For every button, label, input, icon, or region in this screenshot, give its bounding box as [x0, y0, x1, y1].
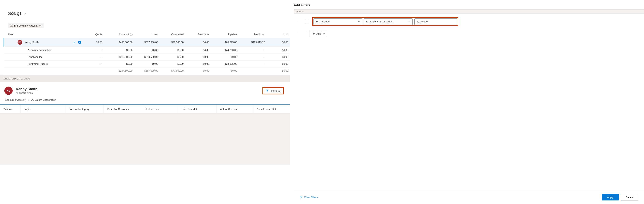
cell-quota: $0.00	[83, 38, 104, 47]
cell-quota	[83, 68, 104, 74]
cell-committed: $77,500.00	[160, 68, 185, 74]
cell-prediction: --	[239, 47, 267, 54]
breadcrumb-current: A. Datum Corporation	[31, 98, 56, 101]
account-name	[4, 68, 83, 74]
tree-connector	[299, 27, 310, 37]
add-filter-button[interactable]: Add	[310, 30, 328, 37]
cell-quota: --	[83, 47, 104, 54]
col-lost[interactable]: Lost	[266, 31, 290, 38]
cell-pipeline: $44,700.00	[211, 47, 239, 54]
cell-lost: $0.00	[266, 54, 290, 61]
chevron-down-icon	[408, 21, 410, 23]
filter-value-input[interactable]	[414, 18, 457, 25]
cell-committed: $0.00	[160, 47, 185, 54]
cell-prediction: --	[239, 54, 267, 61]
cell-lost: $0.00	[266, 61, 290, 68]
cell-pipeline: $0.00	[211, 54, 239, 61]
clear-filters-button[interactable]: Clear Filters	[300, 196, 318, 199]
empty-table-body	[0, 113, 290, 165]
col-topic[interactable]: Topic↑	[20, 105, 65, 113]
apply-button[interactable]: Apply	[602, 194, 619, 201]
chevron-right-icon: ›	[28, 98, 29, 101]
clear-filters-label: Clear Filters	[304, 196, 318, 199]
col-actual-close-date[interactable]: Actual Close Date	[253, 105, 290, 113]
account-name: Fabrikam, Inc.	[4, 54, 83, 61]
col-est-revenue[interactable]: Est. revenue	[142, 105, 178, 113]
cell-forecast: $210,500.00	[104, 54, 134, 61]
cell-pipeline: $69,695.00	[211, 38, 239, 47]
filters-button[interactable]: Filters (1)	[264, 89, 282, 93]
cell-lost: $0.00	[266, 38, 290, 47]
drill-down-button[interactable]: ◎ Drill down by: Account	[8, 23, 44, 28]
cell-best-case: $0.00	[185, 68, 211, 74]
cell-best-case: $0.00	[185, 54, 211, 61]
forecast-table: User Quota Forecasti Won Committed Best …	[4, 31, 290, 74]
col-prediction[interactable]: Prediction	[239, 31, 267, 38]
col-best-case[interactable]: Best case	[185, 31, 211, 38]
cell-won: $0.00	[134, 47, 160, 54]
col-actual-revenue[interactable]: Actual Revenue	[216, 105, 253, 113]
filter-operator-select[interactable]: Is greater than or equal ...	[364, 18, 412, 25]
filter-row-checkbox[interactable]	[306, 20, 309, 23]
filter-condition-highlight-box: Est. revenue Is greater than or equal ..…	[312, 17, 458, 26]
sort-asc-icon: ↑	[31, 108, 32, 110]
filter-operator-value: Is greater than or equal ...	[366, 20, 394, 23]
col-actions[interactable]: Actions	[0, 105, 20, 113]
cell-quota: --	[83, 61, 104, 68]
col-forecast-category[interactable]: Forecast category	[65, 105, 104, 113]
cell-forecast: $0.00	[104, 47, 134, 54]
col-forecast[interactable]: Forecasti	[104, 31, 134, 38]
cell-prediction	[239, 68, 267, 74]
add-filters-title: Add Filters	[294, 0, 644, 9]
user-name: Kenny Smith	[25, 41, 39, 44]
drill-down-label: Drill down by: Account	[14, 24, 38, 27]
cell-prediction: --	[239, 61, 267, 68]
cell-won: $377,500.00	[134, 38, 160, 47]
period-label: 2023 Q1	[8, 12, 22, 16]
up-icon[interactable]: ▲	[78, 41, 81, 44]
info-icon[interactable]: i	[130, 33, 132, 36]
more-options-button[interactable]: ⋯	[460, 20, 465, 24]
col-quota[interactable]: Quota	[83, 31, 104, 38]
col-pipeline[interactable]: Pipeline	[211, 31, 239, 38]
col-potential-customer[interactable]: Potential Customer	[104, 105, 142, 113]
col-committed[interactable]: Committed	[160, 31, 185, 38]
period-selector[interactable]: 2023 Q1	[8, 12, 26, 16]
cell-best-case: $0.00	[185, 38, 211, 47]
add-label: Add	[316, 32, 321, 35]
and-operator-chip[interactable]: And	[294, 9, 644, 14]
table-row[interactable]: KS Kenny Smith ↗ ▲ $0.00 $455,000.00 $37…	[4, 38, 290, 47]
underlying-records-banner: UNDERLYING RECORDS	[0, 75, 290, 82]
tree-connector	[294, 16, 304, 27]
record-subtitle: All opportunities	[16, 92, 38, 95]
share-icon[interactable]: ↗	[72, 41, 76, 44]
cancel-button[interactable]: Cancel	[621, 194, 638, 201]
table-header-row: User Quota Forecasti Won Committed Best …	[4, 31, 290, 38]
col-won[interactable]: Won	[134, 31, 160, 38]
filter-field-value: Est. revenue	[316, 20, 330, 23]
plus-icon	[312, 32, 315, 35]
cell-committed: $0.00	[160, 61, 185, 68]
chevron-down-icon	[322, 32, 325, 35]
clear-filter-icon	[300, 196, 302, 199]
target-icon: ◎	[10, 24, 13, 27]
table-row[interactable]: A. Datum Corporation -- $0.00 $0.00 $0.0…	[4, 47, 290, 54]
cell-lost: $0.00	[266, 47, 290, 54]
col-est-close-date[interactable]: Est. close date	[178, 105, 216, 113]
chevron-down-icon	[302, 11, 304, 12]
cell-committed: $77,500.00	[160, 38, 185, 47]
cell-quota: --	[83, 54, 104, 61]
filters-label: Filters (1)	[270, 89, 280, 92]
table-row[interactable]: Northwind Traders -- $0.00 $0.00 $0.00 $…	[4, 61, 290, 68]
cell-prediction: $499,013.25	[239, 38, 267, 47]
account-name: Northwind Traders	[4, 61, 83, 68]
cell-pipeline: $24,995.00	[211, 61, 239, 68]
table-row[interactable]: $244,500.00 $167,000.00 $77,500.00 $0.00…	[4, 68, 290, 74]
table-row[interactable]: Fabrikam, Inc. -- $210,500.00 $210,500.0…	[4, 54, 290, 61]
filter-field-select[interactable]: Est. revenue	[314, 18, 362, 25]
cell-best-case: $0.00	[185, 47, 211, 54]
cell-forecast: $0.00	[104, 61, 134, 68]
cell-forecast: $455,000.00	[104, 38, 134, 47]
breadcrumb-root[interactable]: Account (Account)	[5, 98, 26, 101]
col-user[interactable]: User	[4, 31, 83, 38]
